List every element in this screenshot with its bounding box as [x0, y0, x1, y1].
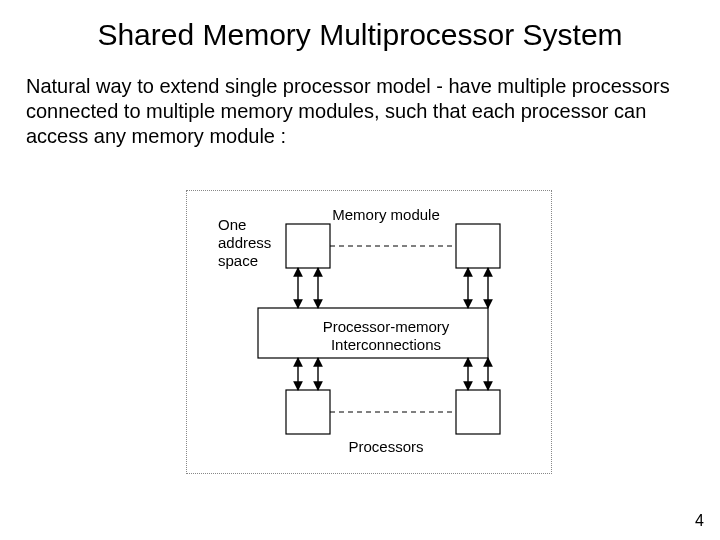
- label-one-address-space: One address space: [218, 216, 288, 270]
- label-memory-module: Memory module: [316, 206, 456, 224]
- slide-title: Shared Memory Multiprocessor System: [0, 18, 720, 52]
- svg-rect-1: [286, 224, 330, 268]
- label-processors: Processors: [316, 438, 456, 456]
- slide-body-text: Natural way to extend single processor m…: [26, 74, 684, 149]
- svg-rect-2: [456, 224, 500, 268]
- slide: Shared Memory Multiprocessor System Natu…: [0, 0, 720, 540]
- diagram: One address space Memory module Processo…: [186, 190, 550, 472]
- svg-rect-4: [286, 390, 330, 434]
- page-number: 4: [695, 512, 704, 530]
- svg-rect-5: [456, 390, 500, 434]
- label-interconnections: Processor-memory Interconnections: [296, 318, 476, 354]
